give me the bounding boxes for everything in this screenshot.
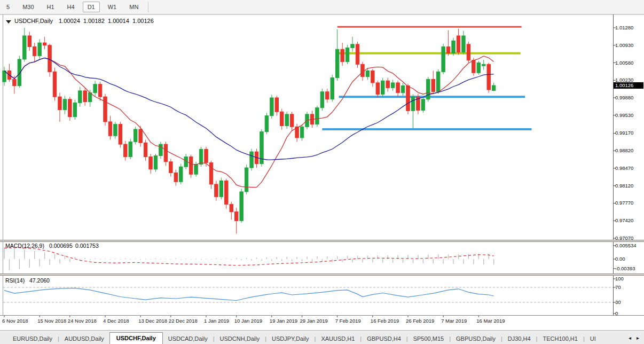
timeframe-button-d1[interactable]: D1 bbox=[83, 2, 100, 12]
candle-body bbox=[341, 49, 344, 61]
candle-body bbox=[179, 167, 183, 182]
candle-body bbox=[457, 36, 460, 52]
macd-axis-label: 0.005534 bbox=[615, 243, 637, 248]
chart-tab-usdcnh[interactable]: USDCNH,Daily bbox=[215, 333, 265, 344]
chart-window[interactable]: 1.012801.009301.005801.002300.998800.995… bbox=[0, 14, 644, 330]
candle-body bbox=[331, 78, 334, 99]
price-axis-label: 0.97420 bbox=[615, 217, 633, 223]
timeframe-button-mn[interactable]: MN bbox=[124, 2, 143, 12]
candle-body bbox=[225, 181, 228, 204]
rsi-pane[interactable]: RSI(14)47.206010070300 bbox=[3, 276, 624, 316]
candle-body bbox=[386, 81, 389, 88]
candle-body bbox=[119, 124, 122, 144]
price-axis-label: 0.97770 bbox=[615, 200, 633, 206]
date-axis[interactable]: 6 Nov 201815 Nov 201824 Nov 20184 Dec 20… bbox=[2, 316, 505, 324]
chart-title-low: 1.00014 bbox=[108, 18, 129, 24]
price-axis-label: 0.99170 bbox=[615, 130, 633, 136]
timeframe-button-m30[interactable]: M30 bbox=[18, 2, 38, 12]
chart-title: USDCHF,Daily1.000241.001821.000141.00126 bbox=[6, 18, 154, 24]
candle-body bbox=[235, 212, 238, 221]
date-axis-label: 7 Mar 2019 bbox=[441, 318, 467, 324]
chart-frame bbox=[0, 14, 644, 316]
candle-body bbox=[209, 163, 213, 184]
macd-value-signal: 0.001753 bbox=[75, 243, 99, 249]
candle-body bbox=[371, 71, 374, 82]
chart-tab-dj30[interactable]: DJ30,H4 bbox=[502, 333, 536, 344]
candle-body bbox=[316, 108, 319, 124]
chart-tab-xauusd[interactable]: XAUUSD,H1 bbox=[316, 333, 360, 344]
date-axis-label: 1 Jan 2019 bbox=[204, 318, 229, 324]
candle-body bbox=[78, 91, 82, 103]
trading-terminal-window: 5M30H1H4D1W1MN 1.012801.009301.005801.00… bbox=[0, 0, 644, 344]
date-axis-label: 16 Mar 2019 bbox=[476, 318, 505, 324]
price-axis-label: 1.01280 bbox=[615, 25, 633, 30]
tab-scroll-left-icon[interactable]: ◂ bbox=[626, 333, 634, 343]
candle-body bbox=[421, 99, 425, 111]
candle-body bbox=[144, 143, 147, 157]
candle-body bbox=[3, 71, 6, 82]
macd-pane[interactable]: MACD(12,26,9)0.0006950.0017530.0055340.0… bbox=[4, 243, 637, 271]
date-axis-label: 29 Jan 2019 bbox=[300, 318, 328, 324]
chart-tab-bar: EURUSD,Daily|AUDUSD,DailyUSDCHF,DailyUSD… bbox=[0, 330, 644, 344]
candle-body bbox=[482, 64, 485, 66]
candle-body bbox=[492, 85, 495, 91]
candle-body bbox=[114, 124, 117, 136]
candle-body bbox=[361, 64, 364, 76]
candle-body bbox=[240, 192, 243, 221]
chart-title-symbol: USDCHF,Daily bbox=[14, 18, 53, 24]
chart-tab-audusd[interactable]: AUDUSD,Daily bbox=[59, 333, 109, 344]
chart-tab-gbpusd[interactable]: GBPUSD,H4 bbox=[362, 333, 406, 344]
timeframe-button-h4[interactable]: H4 bbox=[62, 2, 80, 12]
candle-body bbox=[326, 92, 329, 99]
price-axis-label: 0.99530 bbox=[615, 112, 633, 118]
candle-body bbox=[336, 49, 339, 77]
chart-tab-usdjpy[interactable]: USDJPY,Daily bbox=[266, 333, 315, 344]
candle-body bbox=[431, 79, 435, 91]
chart-tab-eurusd[interactable]: EURUSD,Daily bbox=[7, 333, 58, 344]
candle-body bbox=[215, 184, 218, 197]
candle-body bbox=[33, 47, 36, 56]
candle-body bbox=[124, 144, 127, 157]
price-axis[interactable]: 1.012801.009301.005801.002300.998800.995… bbox=[613, 25, 633, 241]
candle-body bbox=[406, 86, 410, 111]
chart-tab-usdchf[interactable]: USDCHF,Daily bbox=[109, 332, 163, 344]
chart-tab-tech100[interactable]: TECH100,H1 bbox=[537, 333, 583, 344]
candle-body bbox=[300, 127, 303, 138]
candle-body bbox=[43, 43, 46, 45]
rsi-line bbox=[4, 288, 494, 300]
tab-scroll-right-icon[interactable]: ▸ bbox=[634, 333, 642, 343]
candle-body bbox=[38, 43, 41, 56]
price-chart-canvas[interactable]: 1.012801.009301.005801.002300.998800.995… bbox=[0, 14, 644, 330]
candle-body bbox=[149, 157, 152, 169]
candle-body bbox=[230, 204, 233, 212]
chart-tab-gbpusd[interactable]: GBPUSD,Daily bbox=[451, 333, 501, 344]
chart-tab-usdcad[interactable]: USDCAD,Daily bbox=[163, 333, 213, 344]
candle-body bbox=[396, 83, 399, 93]
macd-axis-label: 0.00 bbox=[615, 256, 625, 262]
candle-body bbox=[68, 99, 72, 117]
timeframe-button-5[interactable]: 5 bbox=[2, 2, 14, 12]
macd-label: MACD(12,26,9) bbox=[5, 243, 44, 249]
date-axis-label: 19 Jan 2019 bbox=[270, 318, 297, 324]
chart-title-open: 1.00024 bbox=[59, 18, 80, 24]
date-axis-label: 6 Nov 2018 bbox=[2, 318, 28, 324]
chart-tab-ui[interactable]: UI bbox=[585, 333, 601, 344]
tab-scroll-arrows: ◂▸ bbox=[626, 331, 644, 344]
chart-tab-sp500[interactable]: SP500,M15 bbox=[408, 333, 449, 344]
candle-body bbox=[290, 114, 293, 127]
candle-body bbox=[139, 129, 142, 143]
toolbar-separator bbox=[148, 2, 148, 12]
current-price-label: 1.00126 bbox=[615, 82, 633, 88]
candle-body bbox=[401, 86, 404, 93]
symbol-dropdown-icon[interactable] bbox=[6, 20, 11, 24]
timeframe-button-h1[interactable]: H1 bbox=[42, 2, 59, 12]
candle-body bbox=[285, 114, 288, 126]
candle-body bbox=[487, 64, 490, 90]
candle-body bbox=[199, 149, 202, 164]
date-axis-label: 26 Feb 2019 bbox=[406, 318, 434, 324]
date-axis-label: 4 Dec 2018 bbox=[103, 318, 129, 324]
candle-body bbox=[265, 116, 268, 132]
candle-body bbox=[108, 122, 112, 136]
rsi-axis-label: 0 bbox=[615, 310, 618, 316]
timeframe-button-w1[interactable]: W1 bbox=[103, 2, 122, 12]
